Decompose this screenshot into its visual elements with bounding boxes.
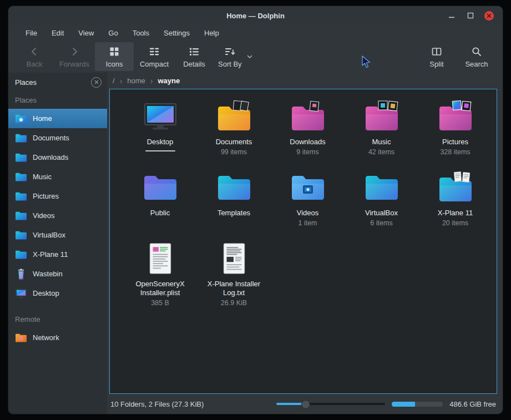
folder-icon xyxy=(14,191,28,202)
sidebar-item-videos[interactable]: Videos xyxy=(8,206,107,225)
file-item[interactable]: Pictures 328 items xyxy=(418,98,492,156)
zoom-slider-handle[interactable] xyxy=(301,400,310,409)
sidebar-item-virtualbox[interactable]: VirtualBox xyxy=(8,225,107,245)
sidebar-item-network[interactable]: Network xyxy=(8,328,107,347)
chevron-left-icon xyxy=(28,45,41,58)
file-item[interactable]: X-Plane 11 20 items xyxy=(418,169,492,227)
breadcrumb-root[interactable]: / xyxy=(113,77,115,85)
pictures-folder-icon xyxy=(438,98,473,135)
menu-file[interactable]: File xyxy=(18,25,44,41)
back-label: Back xyxy=(27,60,43,68)
forwards-label: Forwards xyxy=(59,60,89,68)
sidebar-item-label: VirtualBox xyxy=(33,231,65,239)
virtualbox-folder-icon xyxy=(364,169,399,206)
statusbar: 10 Folders, 2 Files (27.3 KiB) 486.6 GiB… xyxy=(107,394,503,414)
zoom-slider[interactable] xyxy=(276,399,385,408)
sidebar-item-music[interactable]: Music xyxy=(8,167,107,186)
compact-list-icon xyxy=(148,45,160,58)
maximize-button[interactable] xyxy=(466,11,475,21)
split-button[interactable]: Split xyxy=(417,42,456,71)
file-item[interactable]: X-Plane Installer Log.txt 26.9 KiB xyxy=(197,240,271,307)
back-button[interactable]: Back xyxy=(15,42,54,71)
disk-usage-bar xyxy=(392,402,443,407)
file-item[interactable]: Desktop xyxy=(123,98,197,151)
folder-view[interactable]: Desktop Documents 99 items xyxy=(109,89,497,394)
places-section-label: Places xyxy=(8,90,107,109)
menubar: File Edit View Go Tools Settings Help xyxy=(8,25,503,41)
music-folder-icon xyxy=(364,98,399,135)
downloads-folder-icon xyxy=(290,98,326,135)
close-button[interactable] xyxy=(484,11,494,21)
breadcrumb-separator: › xyxy=(150,77,153,85)
folder-icon xyxy=(14,152,28,163)
public-folder-icon xyxy=(143,169,178,206)
sidebar-item-xplane11[interactable]: X-Plane 11 xyxy=(8,245,107,264)
menu-go[interactable]: Go xyxy=(101,25,125,41)
file-item[interactable]: Downloads 9 items xyxy=(271,98,345,156)
compact-view-button[interactable]: Compact xyxy=(135,42,174,71)
sidebar-item-label: Desktop xyxy=(33,289,59,297)
breadcrumb-home[interactable]: home xyxy=(127,77,145,85)
documents-folder-icon xyxy=(216,98,252,135)
sidebar-item-label: Downloads xyxy=(33,153,68,161)
sidebar-item-wastebin[interactable]: Wastebin xyxy=(8,264,107,284)
folder-icon xyxy=(14,210,28,221)
file-item[interactable]: Videos 1 item xyxy=(271,169,345,227)
icons-view-button[interactable]: Icons xyxy=(95,42,134,71)
file-item[interactable]: Templates xyxy=(197,169,271,217)
close-panel-icon[interactable] xyxy=(91,77,102,88)
chevron-down-icon xyxy=(246,53,253,60)
desktop-monitor-icon xyxy=(14,288,28,299)
sidebar-item-label: Documents xyxy=(33,134,69,142)
icons-label: Icons xyxy=(105,60,123,68)
dolphin-window: Home — Dolphin File Edit View Go Tools S… xyxy=(8,6,503,414)
sidebar-item-label: Videos xyxy=(33,211,55,220)
menu-settings[interactable]: Settings xyxy=(156,25,197,41)
home-folder-icon xyxy=(14,113,28,124)
breadcrumb-wayne[interactable]: wayne xyxy=(158,77,180,85)
menu-tools[interactable]: Tools xyxy=(125,25,156,41)
minimize-button[interactable] xyxy=(447,11,457,21)
window-title: Home — Dolphin xyxy=(8,12,503,20)
menu-view[interactable]: View xyxy=(71,25,101,41)
sidebar-item-label: Network xyxy=(33,333,59,342)
menu-edit[interactable]: Edit xyxy=(44,25,71,41)
free-space-label: 486.6 GiB free xyxy=(449,400,496,408)
sidebar-item-documents[interactable]: Documents xyxy=(8,128,107,148)
split-view-icon xyxy=(431,45,443,58)
file-item[interactable]: Music 42 items xyxy=(345,98,418,156)
folder-icon xyxy=(14,171,28,183)
file-item[interactable]: Documents 99 items xyxy=(197,98,271,156)
menu-help[interactable]: Help xyxy=(197,25,226,41)
file-item[interactable]: VirtualBox 6 items xyxy=(345,169,418,227)
file-item[interactable]: Public xyxy=(123,169,197,217)
chevron-right-icon xyxy=(68,45,80,58)
sidebar-item-pictures[interactable]: Pictures xyxy=(8,186,107,206)
text-file-icon xyxy=(221,240,247,277)
titlebar[interactable]: Home — Dolphin xyxy=(8,6,503,25)
file-item[interactable]: OpenSceneryX Installer.plist 385 B xyxy=(123,240,197,307)
folder-icon xyxy=(14,133,28,144)
forwards-button[interactable]: Forwards xyxy=(55,42,94,71)
remote-section-label: Remote xyxy=(8,303,107,328)
search-icon xyxy=(470,45,483,58)
desktop-icon xyxy=(143,98,178,135)
search-button[interactable]: Search xyxy=(457,42,496,71)
sort-by-label: Sort By xyxy=(218,60,242,68)
sidebar-item-label: Wastebin xyxy=(33,270,63,278)
focus-underline xyxy=(145,150,175,151)
folder-icon xyxy=(14,249,28,260)
videos-folder-icon xyxy=(290,169,326,206)
sidebar-item-desktop[interactable]: Desktop xyxy=(8,284,107,303)
breadcrumb-separator: › xyxy=(120,77,123,85)
details-view-button[interactable]: Details xyxy=(175,42,214,71)
sidebar-item-downloads[interactable]: Downloads xyxy=(8,148,107,167)
icons-grid-icon xyxy=(108,45,120,58)
wastebin-icon xyxy=(14,269,28,280)
sidebar-item-home[interactable]: Home xyxy=(8,109,107,128)
split-label: Split xyxy=(429,60,443,68)
compact-label: Compact xyxy=(140,60,169,68)
sort-by-button[interactable]: Sort By xyxy=(215,42,256,71)
sidebar-item-label: X-Plane 11 xyxy=(33,250,68,259)
templates-folder-icon xyxy=(216,169,252,206)
